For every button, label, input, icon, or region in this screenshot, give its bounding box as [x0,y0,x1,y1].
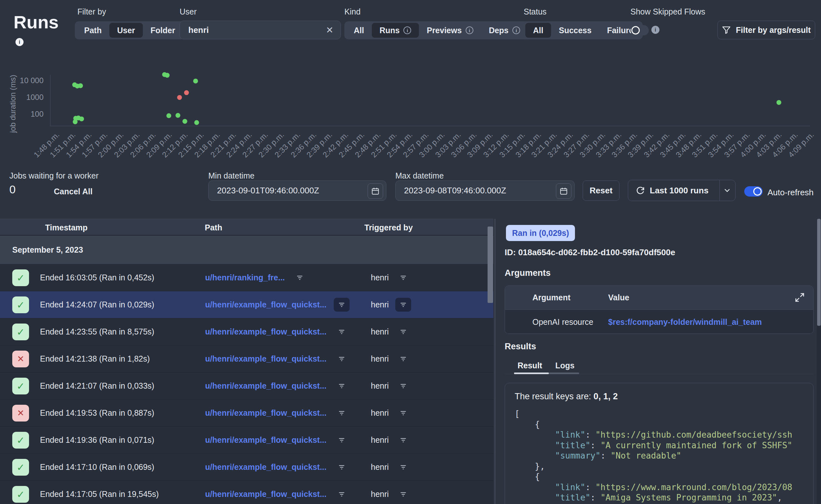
chart-point-success[interactable] [777,100,781,105]
triggered-by-cell: henri [371,345,411,372]
filter-by-path-button[interactable] [334,298,349,312]
triggered-by-cell: henri [371,264,411,291]
filter-rows-icon [399,301,407,309]
table-row[interactable]: ✓Ended 16:03:05 (Ran in 0,452s)u/henri/r… [0,264,494,291]
expand-icon[interactable] [795,292,805,303]
filter-rows-icon [337,355,346,363]
table-row[interactable]: ✓Ended 14:23:55 (Ran in 8,575s)u/henri/e… [0,318,494,345]
filter-by-user-button[interactable] [395,460,411,474]
table-row[interactable]: ✓Ended 14:21:07 (Ran in 0,033s)u/henri/e… [0,373,494,400]
chart-point-failure[interactable] [177,95,182,100]
argument-value-link[interactable]: $res:f/company-folder/windmill_ai_team [608,317,762,327]
filter-rows-icon [399,409,407,417]
filter-by-path-button[interactable] [334,325,349,339]
filter-rows-icon [296,274,304,282]
filter-by-user-button[interactable] [395,271,411,285]
filter-by-path-button[interactable] [334,352,349,366]
path-cell: u/henri/example_flow_quickst... [205,318,349,345]
min-datetime-input[interactable]: 2023-09-01T09:46:00.000Z [208,180,386,201]
refresh-icon [636,186,645,195]
filter-by-user-button[interactable] [395,379,411,393]
chart-point-success[interactable] [194,120,199,125]
max-datetime-input[interactable]: 2023-09-08T09:46:00.000Z [395,180,575,201]
chart-point-success[interactable] [182,119,187,124]
triggered-by-cell: henri [371,291,411,318]
tab-logs[interactable]: Logs [555,361,575,370]
run-timestamp: Ended 14:19:36 (Ran in 0,071s) [40,427,154,453]
results-title: Results [505,342,536,352]
run-path-link[interactable]: u/henri/example_flow_quickst... [205,408,327,418]
filter-by-path-button[interactable] [334,379,349,393]
triggered-by-cell: henri [371,481,411,504]
filter-by-path-button[interactable] [334,487,349,501]
run-id: ID: 018a654c-d062-fbb2-d100-59fa70df500e [505,247,675,257]
json-line: "summary": "Not readable" [515,451,813,461]
window-scrollbar-thumb[interactable] [817,219,821,326]
window-scrollbar-track[interactable] [817,219,821,504]
triggered-by-cell: henri [371,454,411,480]
filter-rows-icon [337,409,346,417]
runs-page: Runs i Filter by Path User Folder User h… [0,0,821,504]
path-cell: u/henri/example_flow_quickst... [205,400,349,426]
result-keys: 0, 1, 2 [594,392,618,401]
filter-by-user-button[interactable] [395,298,411,312]
triggered-by-user: henri [371,462,389,472]
column-triggered-by[interactable]: Triggered by [364,223,413,232]
filter-by-path-button[interactable] [334,406,349,420]
success-check-icon: ✓ [12,459,29,476]
run-timestamp: Ended 14:23:55 (Ran in 8,575s) [40,318,154,345]
filter-by-path-button[interactable] [334,460,349,474]
run-path-link[interactable]: u/henri/ranking_fre... [205,273,285,282]
json-line: "title": "A currently maintained fork of… [515,440,813,451]
table-row[interactable]: ✓Ended 14:17:10 (Ran in 0,069s)u/henri/e… [0,454,494,481]
json-line: }, [515,461,813,472]
chart-point-success[interactable] [78,83,83,88]
chart-point-failure[interactable] [184,90,189,95]
tab-result[interactable]: Result [518,361,542,370]
run-path-link[interactable]: u/henri/example_flow_quickst... [205,489,327,499]
run-path-link[interactable]: u/henri/example_flow_quickst... [205,327,327,336]
chart-point-success[interactable] [79,116,84,121]
filter-rows-icon [337,436,346,444]
chart-point-success[interactable] [165,73,170,78]
filter-by-user-button[interactable] [395,325,411,339]
run-path-link[interactable]: u/henri/example_flow_quickst... [205,435,327,445]
table-row[interactable]: ✓Ended 14:24:07 (Ran in 0,029s)u/henri/e… [0,291,494,318]
run-timestamp: Ended 14:19:53 (Ran in 0,887s) [40,400,154,426]
run-path-link[interactable]: u/henri/example_flow_quickst... [205,300,327,309]
column-timestamp[interactable]: Timestamp [45,223,88,232]
filter-by-user-button[interactable] [395,406,411,420]
filter-by-user-button[interactable] [395,487,411,501]
run-path-link[interactable]: u/henri/example_flow_quickst... [205,381,327,391]
filter-by-user-button[interactable] [395,352,411,366]
min-datetime-calendar-button[interactable] [367,183,383,199]
table-row[interactable]: ✕Ended 14:19:53 (Ran in 0,887s)u/henri/e… [0,400,494,427]
column-path[interactable]: Path [205,223,222,232]
filter-rows-icon [399,274,407,282]
chart-point-success[interactable] [175,113,180,118]
triggered-by-cell: henri [371,400,411,426]
filter-by-path-button[interactable] [334,433,349,447]
filter-by-user-button[interactable] [395,433,411,447]
run-path-link[interactable]: u/henri/example_flow_quickst... [205,462,327,472]
table-row[interactable]: ✓Ended 14:17:05 (Ran in 19,545s)u/henri/… [0,481,494,504]
filter-by-path-button[interactable] [292,271,308,285]
reset-button[interactable]: Reset [583,180,620,201]
filter-rows-icon [399,355,407,363]
calendar-icon [371,187,379,195]
table-row[interactable]: ✓Ended 14:19:36 (Ran in 0,071s)u/henri/e… [0,427,494,454]
chart-point-success[interactable] [166,113,171,118]
table-row[interactable]: ✕Ended 14:21:38 (Ran in 1,82s)u/henri/ex… [0,345,494,373]
max-datetime-calendar-button[interactable] [556,183,572,199]
success-check-icon: ✓ [12,269,29,286]
last-runs-dropdown-button[interactable] [723,186,731,195]
run-timestamp: Ended 14:17:10 (Ran in 0,069s) [40,454,154,480]
filter-rows-icon [337,382,346,390]
cancel-all-button[interactable]: Cancel All [54,187,93,196]
auto-refresh-toggle[interactable] [744,186,763,197]
chart-point-success[interactable] [193,79,198,83]
last-runs-button[interactable]: Last 1000 runs [628,180,736,201]
table-scrollbar[interactable] [488,227,493,303]
run-path-link[interactable]: u/henri/example_flow_quickst... [205,354,327,363]
date-group-row: September 5, 2023 [0,236,494,264]
